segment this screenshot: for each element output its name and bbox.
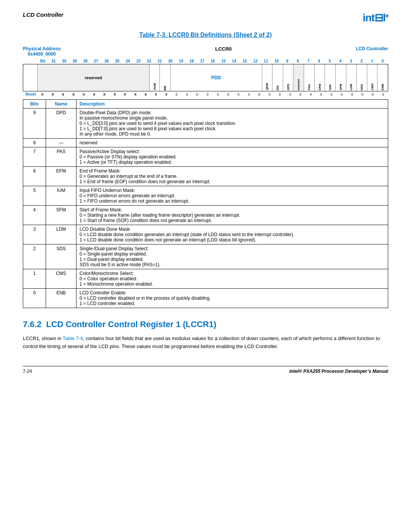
desc-reserved2: reserved	[76, 139, 388, 147]
reset-pdd: 0 0 0 0 0 0 0 0 0	[172, 93, 264, 96]
bit-3: 3	[346, 59, 356, 63]
desc-ldm-line3: 1 = LCD disable done condition does not …	[80, 237, 385, 243]
bit-7: 7	[303, 59, 314, 63]
cms-label: CMS	[371, 83, 374, 90]
sds-label: SDS	[360, 84, 363, 90]
desc-cms-line1: Color/Monochrome Select:	[80, 271, 385, 276]
bit-10: 10	[271, 59, 282, 63]
desc-cms: Color/Monochrome Select: 0 = Color opera…	[76, 269, 388, 289]
desc-ldm-line1: LCD Disable Done Mask:	[80, 227, 385, 232]
register-name-col: LCCR0	[215, 46, 231, 57]
desc-efm-line2: 0 = Generates an interrupt at the end of…	[80, 174, 385, 179]
dis-field: DIS	[272, 64, 283, 91]
efm-field: EFM	[315, 64, 325, 91]
bit-efm: 6	[23, 167, 46, 186]
bit-16: 16	[207, 59, 218, 63]
table-title: Table 7-3. LCCR0 Bit Definitions (Sheet …	[23, 32, 388, 38]
bit-8: 8	[293, 59, 303, 63]
reset-sds: 0	[357, 93, 368, 96]
name-cms: CMS	[46, 269, 76, 289]
desc-enb: LCD Controller Enable: 0 = LCD controlle…	[76, 289, 388, 308]
desc-sfm-line1: Start of Frame Mask:	[80, 207, 385, 212]
intel-logo: int⊟l®	[363, 11, 388, 24]
bit-reserved2: 8	[23, 139, 46, 147]
register-visual: reserved OUM BM PDD QDM DIS DPD reserved…	[23, 64, 388, 91]
desc-pas: Passive/Active Display select: 0 = Passi…	[76, 147, 388, 167]
desc-sfm-line2: 0 = Starting a new frame (after loading …	[80, 212, 385, 218]
physical-address-col: Physical Address 0x4400_0000	[23, 46, 61, 57]
bit-2: 2	[356, 59, 367, 63]
qdm-label: QDM	[265, 83, 269, 90]
bit-ldm: 3	[23, 225, 46, 244]
ium-label: IUM	[328, 85, 332, 90]
physical-address-value: 0x4400_0000	[23, 51, 61, 57]
bit-20: 20	[165, 59, 176, 63]
bit-24: 24	[123, 59, 133, 63]
bit-numbers-row: Bit 31 30 29 28 27 26 25 24 23 22 21 20 …	[23, 59, 388, 63]
reserved-field: reserved	[38, 64, 150, 91]
desc-sds-line1: Single-/Dual-panel Display Select:	[80, 246, 385, 251]
pdd-label: PDD	[211, 75, 221, 80]
bit-11: 11	[261, 59, 271, 63]
bit-1: 1	[367, 59, 378, 63]
description-table: Bits Name Description 9 DPD Double-Pixel…	[23, 99, 388, 308]
reset-cms: 0	[368, 93, 378, 96]
pas-field: PAS	[304, 64, 315, 91]
bit-28: 28	[80, 59, 91, 63]
table-ref-link[interactable]: Table 7-4	[63, 335, 83, 341]
desc-enb-line2: 0 = LCD controller disabled or in the pr…	[80, 296, 385, 301]
chapter-title: LCD Controller	[23, 11, 64, 18]
bit-12: 12	[250, 59, 261, 63]
page-header: LCD Controller int⊟l®	[23, 11, 388, 24]
reset-ium: 0	[326, 93, 336, 96]
oum-label: OUM	[153, 83, 156, 90]
reset-qdm: 0	[264, 93, 275, 96]
address-row: Physical Address 0x4400_0000 LCCR0 LCD C…	[23, 46, 388, 57]
desc-ldm: LCD Disable Done Mask: 0 = LCD disable d…	[76, 225, 388, 244]
name-reserved2: —	[46, 139, 76, 147]
reserved-label: reserved	[84, 75, 102, 80]
bit-4: 4	[335, 59, 346, 63]
desc-efm-line1: End of Frame Mask:	[80, 168, 385, 174]
reset-row: Reset X X X X X X X X X X X X X 0 0 0 0 …	[23, 92, 388, 96]
desc-ium: Input FIFO Underrun Mask: 0 = FIFO under…	[76, 186, 388, 206]
name-pas: PAS	[46, 147, 76, 167]
bm-field: BM	[160, 64, 170, 91]
enb-label: ENB	[381, 84, 384, 90]
section-title: 7.6.2 LCD Controller Control Register 1 …	[23, 320, 388, 329]
desc-sds-line3: 1 = Dual-panel display enabled.	[80, 257, 385, 262]
bit-31: 31	[48, 59, 59, 63]
sds-field: SDS	[357, 64, 367, 91]
reset-reserved: X X X X X X X X X X X	[37, 93, 151, 96]
reserved2-label: reserved	[297, 79, 300, 90]
bit-numbers: 31 30 29 28 27 26 25 24 23 22 21 20 19 1…	[48, 59, 388, 63]
bit-23: 23	[133, 59, 144, 63]
bit-14: 14	[229, 59, 239, 63]
bit-5: 5	[324, 59, 335, 63]
reset-pas: 0	[306, 93, 316, 96]
dpd-label: DPD	[287, 84, 290, 90]
section-762: 7.6.2 LCD Controller Control Register 1 …	[23, 320, 388, 351]
reset-label: Reset	[23, 92, 37, 96]
bit-cms: 1	[23, 269, 46, 289]
bit-18: 18	[186, 59, 197, 63]
desc-sfm-line3: 1 = Start of frame (SOF) condition does …	[80, 218, 385, 223]
name-ium: IUM	[46, 186, 76, 206]
desc-pas-line3: 1 = Active (or TFT) display operation en…	[80, 160, 385, 165]
sfm-field: SFM	[336, 64, 346, 91]
sfm-label: SFM	[339, 84, 342, 90]
pas-label: PAS	[307, 84, 311, 90]
bit-22: 22	[144, 59, 155, 63]
bits-header: Bits	[23, 100, 46, 109]
bit-17: 17	[197, 59, 208, 63]
bit-enb: 0	[23, 289, 46, 308]
ium-field: IUM	[325, 64, 336, 91]
name-header: Name	[46, 100, 76, 109]
cms-field: CMS	[367, 64, 378, 91]
desc-efm-line3: 1 = End of frame (EOF) condition does no…	[80, 179, 385, 184]
bit-0: 0	[378, 59, 388, 63]
desc-sfm: Start of Frame Mask: 0 = Starting a new …	[76, 206, 388, 225]
section-body: LCCR1, shown in Table 7-4, contains four…	[23, 335, 388, 351]
desc-sds-line2: 0 = Single-panel display enabled.	[80, 251, 385, 257]
desc-enb-line1: LCD Controller Enable:	[80, 290, 385, 296]
